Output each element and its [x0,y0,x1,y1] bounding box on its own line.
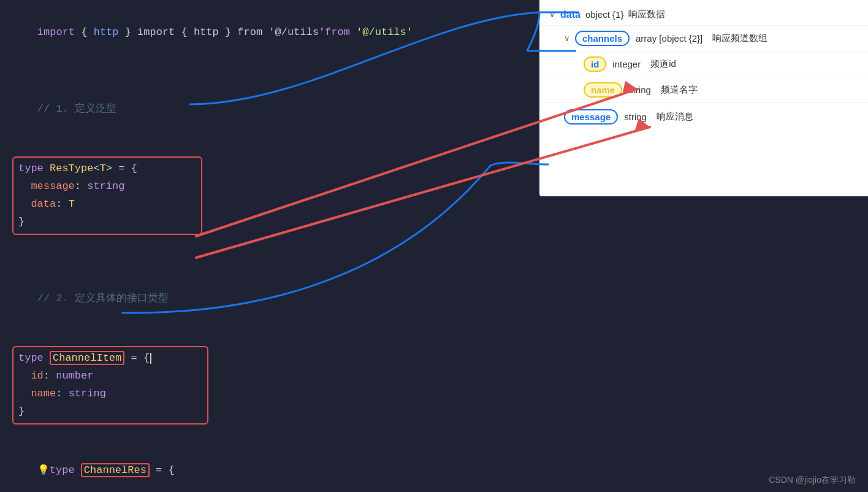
code-area: import { http } import { http } from '@/… [0,0,539,492]
restype-block: type ResType<T> = { message: string data… [12,156,202,235]
channelres-line1: 💡type ChannelRes = { [12,444,527,492]
watermark: CSDN @jiojio在学习勒 [769,475,856,486]
name-key: name [584,82,622,98]
channelitem-block: type ChannelItem = { id: number name: st… [12,346,208,425]
api-row-name: name string 频道名字 [539,77,868,103]
toggle-data: ∨ [549,10,555,19]
comment1-line: // 1. 定义泛型 [12,83,527,137]
id-key: id [584,56,606,72]
toggle-channels: ∨ [564,34,570,43]
comment2-line: // 2. 定义具体的接口类型 [12,272,527,326]
message-key: message [564,109,618,125]
api-row-channels: ∨ channels array [object {2}] 响应频道数组 [539,26,868,52]
channels-key: channels [575,31,630,46]
api-panel: ∨ data object {1} 响应数据 ∨ channels array … [539,0,868,196]
api-row-message: message string 响应消息 [539,103,868,129]
import-line: import { http } import { http } from '@/… [12,6,527,60]
api-row-id: id integer 频道id [539,52,868,77]
api-row-data: ∨ data object {1} 响应数据 [539,0,868,26]
